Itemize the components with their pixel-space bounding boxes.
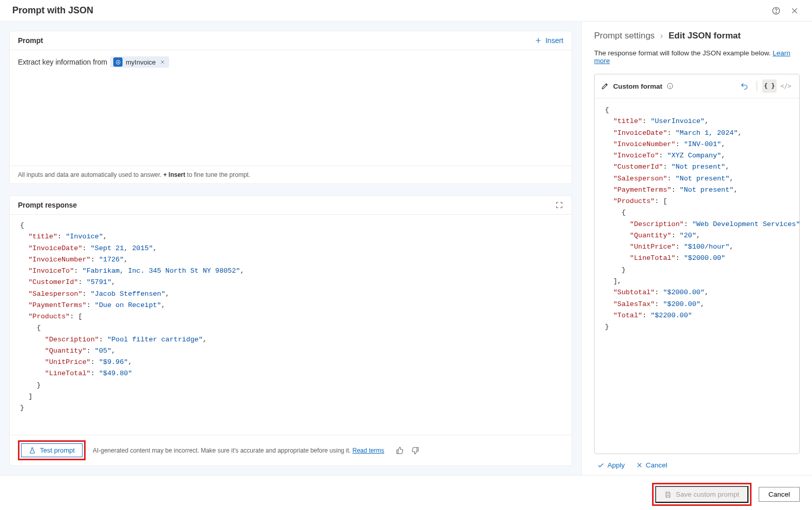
format-card: Custom format { } </> { xyxy=(594,74,800,454)
info-icon[interactable] xyxy=(666,83,674,90)
help-icon[interactable] xyxy=(771,6,781,16)
code-view-icon[interactable]: </> xyxy=(779,79,793,93)
x-icon xyxy=(636,462,643,468)
read-terms-link[interactable]: Read terms xyxy=(353,447,384,454)
undo-icon[interactable] xyxy=(737,79,752,93)
svg-point-1 xyxy=(776,12,776,13)
insert-button[interactable]: Insert xyxy=(534,36,563,45)
cancel-settings-button[interactable]: Cancel xyxy=(636,461,667,469)
pencil-icon xyxy=(601,82,609,90)
input-chip[interactable]: myInvoice xyxy=(110,56,169,68)
chip-remove-icon[interactable] xyxy=(159,59,166,65)
check-icon xyxy=(597,462,604,469)
document-icon xyxy=(113,57,123,67)
thumbs-up-icon[interactable] xyxy=(395,445,405,456)
close-icon[interactable] xyxy=(789,6,800,16)
thumbs-down-icon[interactable] xyxy=(410,445,420,456)
expand-icon[interactable] xyxy=(555,201,563,209)
test-prompt-button[interactable]: Test prompt xyxy=(21,443,83,457)
apply-button[interactable]: Apply xyxy=(597,461,625,469)
bottom-bar: Save custom prompt Cancel xyxy=(0,475,812,510)
prompt-card: Prompt Insert Extract key information fr… xyxy=(9,31,572,184)
settings-panel: Prompt settings › Edit JSON format The r… xyxy=(581,22,812,475)
json-view-icon[interactable]: { } xyxy=(762,79,777,93)
format-json[interactable]: { "title": "UserInvoice", "InvoiceDate":… xyxy=(595,103,799,335)
flask-icon xyxy=(29,447,36,454)
prompt-section-label: Prompt xyxy=(18,36,43,45)
response-json: { "title": "Invoice", "InvoiceDate": "Se… xyxy=(10,218,572,416)
cancel-button[interactable]: Cancel xyxy=(759,487,800,502)
response-section-label: Prompt response xyxy=(18,201,77,209)
prompt-hint: All inputs and data are automatically us… xyxy=(10,166,572,183)
ai-disclaimer: AI-generated content may be incorrect. M… xyxy=(93,447,384,454)
prompt-text[interactable]: Extract key information from myInvoice xyxy=(18,56,563,68)
plus-icon xyxy=(534,36,542,45)
page-title: Prompt with JSON xyxy=(12,5,93,16)
save-icon xyxy=(664,491,672,498)
page-header: Prompt with JSON xyxy=(0,0,812,22)
save-custom-prompt-button[interactable]: Save custom prompt xyxy=(655,486,748,503)
settings-description: The response format will follow the JSON… xyxy=(594,49,800,65)
save-button-highlight: Save custom prompt xyxy=(652,483,752,506)
breadcrumb: Prompt settings › Edit JSON format xyxy=(594,31,800,41)
response-card: Prompt response { "title": "Invoice", "I… xyxy=(9,195,572,466)
test-button-highlight: Test prompt xyxy=(18,440,86,460)
